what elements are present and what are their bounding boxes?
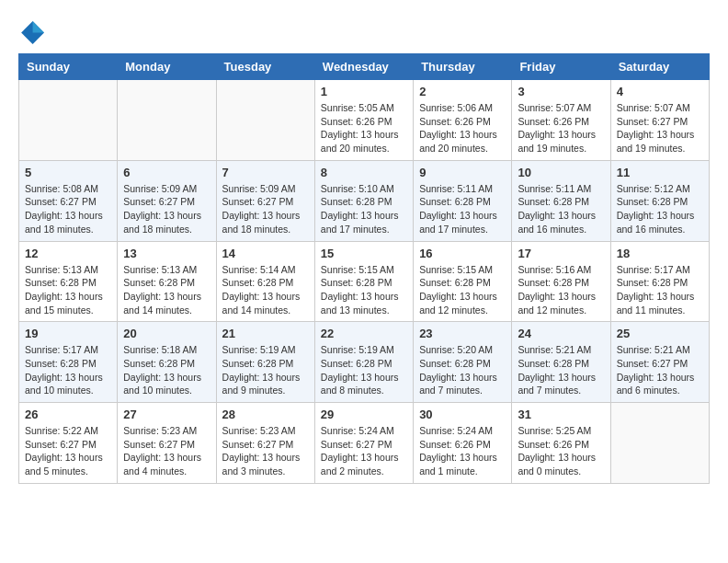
day-info: Sunrise: 5:10 AM Sunset: 6:28 PM Dayligh… (321, 182, 407, 236)
day-number: 14 (222, 247, 309, 260)
logo-icon (18, 18, 44, 44)
day-info: Sunrise: 5:23 AM Sunset: 6:27 PM Dayligh… (123, 424, 210, 478)
calendar-week-row: 26Sunrise: 5:22 AM Sunset: 6:27 PM Dayli… (19, 403, 710, 484)
weekday-header-row: SundayMondayTuesdayWednesdayThursdayFrid… (19, 54, 710, 80)
day-number: 17 (518, 247, 604, 260)
day-number: 16 (419, 247, 506, 260)
calendar-table: SundayMondayTuesdayWednesdayThursdayFrid… (18, 53, 710, 484)
calendar-cell: 2Sunrise: 5:06 AM Sunset: 6:26 PM Daylig… (414, 80, 512, 161)
calendar-cell: 23Sunrise: 5:20 AM Sunset: 6:28 PM Dayli… (414, 322, 512, 403)
calendar-cell: 12Sunrise: 5:13 AM Sunset: 6:28 PM Dayli… (19, 241, 118, 322)
calendar-week-row: 12Sunrise: 5:13 AM Sunset: 6:28 PM Dayli… (19, 241, 710, 322)
calendar-cell: 22Sunrise: 5:19 AM Sunset: 6:28 PM Dayli… (314, 322, 413, 403)
day-info: Sunrise: 5:06 AM Sunset: 6:26 PM Dayligh… (419, 101, 506, 155)
calendar-cell: 29Sunrise: 5:24 AM Sunset: 6:27 PM Dayli… (314, 403, 413, 484)
day-info: Sunrise: 5:07 AM Sunset: 6:27 PM Dayligh… (617, 101, 703, 155)
calendar-cell: 27Sunrise: 5:23 AM Sunset: 6:27 PM Dayli… (118, 403, 216, 484)
day-info: Sunrise: 5:18 AM Sunset: 6:28 PM Dayligh… (123, 343, 210, 397)
calendar-cell: 1Sunrise: 5:05 AM Sunset: 6:26 PM Daylig… (314, 80, 413, 161)
calendar-week-row: 1Sunrise: 5:05 AM Sunset: 6:26 PM Daylig… (19, 80, 710, 161)
day-number: 1 (321, 85, 407, 98)
day-number: 25 (617, 327, 703, 340)
calendar-cell: 18Sunrise: 5:17 AM Sunset: 6:28 PM Dayli… (610, 241, 709, 322)
calendar-cell: 10Sunrise: 5:11 AM Sunset: 6:28 PM Dayli… (512, 160, 610, 241)
day-number: 24 (518, 327, 604, 340)
day-info: Sunrise: 5:24 AM Sunset: 6:27 PM Dayligh… (321, 424, 407, 478)
calendar-week-row: 19Sunrise: 5:17 AM Sunset: 6:28 PM Dayli… (19, 322, 710, 403)
day-info: Sunrise: 5:21 AM Sunset: 6:28 PM Dayligh… (518, 343, 604, 397)
day-info: Sunrise: 5:14 AM Sunset: 6:28 PM Dayligh… (222, 263, 309, 317)
day-info: Sunrise: 5:19 AM Sunset: 6:28 PM Dayligh… (222, 343, 309, 397)
day-number: 5 (25, 166, 111, 179)
day-number: 20 (123, 327, 210, 340)
day-number: 19 (25, 327, 111, 340)
day-info: Sunrise: 5:17 AM Sunset: 6:28 PM Dayligh… (617, 263, 703, 317)
calendar-cell: 7Sunrise: 5:09 AM Sunset: 6:27 PM Daylig… (216, 160, 314, 241)
day-number: 26 (25, 408, 111, 421)
day-info: Sunrise: 5:16 AM Sunset: 6:28 PM Dayligh… (518, 263, 604, 317)
calendar-cell: 13Sunrise: 5:13 AM Sunset: 6:28 PM Dayli… (118, 241, 216, 322)
day-number: 7 (222, 166, 309, 179)
day-info: Sunrise: 5:13 AM Sunset: 6:28 PM Dayligh… (25, 263, 111, 317)
calendar-cell (610, 403, 709, 484)
day-info: Sunrise: 5:21 AM Sunset: 6:27 PM Dayligh… (617, 343, 703, 397)
day-number: 12 (25, 247, 111, 260)
calendar-cell: 11Sunrise: 5:12 AM Sunset: 6:28 PM Dayli… (610, 160, 709, 241)
calendar-cell: 15Sunrise: 5:15 AM Sunset: 6:28 PM Dayli… (314, 241, 413, 322)
weekday-header-friday: Friday (512, 54, 610, 80)
calendar-cell: 20Sunrise: 5:18 AM Sunset: 6:28 PM Dayli… (118, 322, 216, 403)
calendar-cell: 9Sunrise: 5:11 AM Sunset: 6:28 PM Daylig… (414, 160, 512, 241)
calendar-cell: 4Sunrise: 5:07 AM Sunset: 6:27 PM Daylig… (610, 80, 709, 161)
day-info: Sunrise: 5:12 AM Sunset: 6:28 PM Dayligh… (617, 182, 703, 236)
day-number: 21 (222, 327, 309, 340)
day-info: Sunrise: 5:09 AM Sunset: 6:27 PM Dayligh… (222, 182, 309, 236)
calendar-cell: 8Sunrise: 5:10 AM Sunset: 6:28 PM Daylig… (314, 160, 413, 241)
calendar-cell (216, 80, 314, 161)
calendar-cell (19, 80, 118, 161)
day-number: 27 (123, 408, 210, 421)
calendar-cell: 16Sunrise: 5:15 AM Sunset: 6:28 PM Dayli… (414, 241, 512, 322)
calendar-cell: 17Sunrise: 5:16 AM Sunset: 6:28 PM Dayli… (512, 241, 610, 322)
calendar-cell: 25Sunrise: 5:21 AM Sunset: 6:27 PM Dayli… (610, 322, 709, 403)
day-number: 8 (321, 166, 407, 179)
day-number: 4 (617, 85, 703, 98)
day-number: 10 (518, 166, 604, 179)
day-number: 13 (123, 247, 210, 260)
day-info: Sunrise: 5:11 AM Sunset: 6:28 PM Dayligh… (419, 182, 506, 236)
day-number: 9 (419, 166, 506, 179)
day-number: 15 (321, 247, 407, 260)
day-number: 29 (321, 408, 407, 421)
day-number: 30 (419, 408, 506, 421)
day-info: Sunrise: 5:15 AM Sunset: 6:28 PM Dayligh… (321, 263, 407, 317)
calendar-cell: 19Sunrise: 5:17 AM Sunset: 6:28 PM Dayli… (19, 322, 118, 403)
calendar-cell: 24Sunrise: 5:21 AM Sunset: 6:28 PM Dayli… (512, 322, 610, 403)
day-info: Sunrise: 5:07 AM Sunset: 6:26 PM Dayligh… (518, 101, 604, 155)
day-info: Sunrise: 5:20 AM Sunset: 6:28 PM Dayligh… (419, 343, 506, 397)
day-info: Sunrise: 5:11 AM Sunset: 6:28 PM Dayligh… (518, 182, 604, 236)
svg-marker-1 (33, 21, 44, 32)
calendar-cell: 6Sunrise: 5:09 AM Sunset: 6:27 PM Daylig… (118, 160, 216, 241)
day-info: Sunrise: 5:17 AM Sunset: 6:28 PM Dayligh… (25, 343, 111, 397)
calendar-cell: 14Sunrise: 5:14 AM Sunset: 6:28 PM Dayli… (216, 241, 314, 322)
day-number: 23 (419, 327, 506, 340)
day-number: 28 (222, 408, 309, 421)
logo (18, 18, 48, 44)
weekday-header-wednesday: Wednesday (314, 54, 413, 80)
day-number: 11 (617, 166, 703, 179)
day-number: 18 (617, 247, 703, 260)
day-number: 3 (518, 85, 604, 98)
day-number: 2 (419, 85, 506, 98)
day-info: Sunrise: 5:23 AM Sunset: 6:27 PM Dayligh… (222, 424, 309, 478)
day-number: 22 (321, 327, 407, 340)
page-header (18, 18, 710, 44)
day-info: Sunrise: 5:09 AM Sunset: 6:27 PM Dayligh… (123, 182, 210, 236)
calendar-cell: 26Sunrise: 5:22 AM Sunset: 6:27 PM Dayli… (19, 403, 118, 484)
day-number: 6 (123, 166, 210, 179)
weekday-header-thursday: Thursday (414, 54, 512, 80)
calendar-cell: 3Sunrise: 5:07 AM Sunset: 6:26 PM Daylig… (512, 80, 610, 161)
weekday-header-sunday: Sunday (19, 54, 118, 80)
day-info: Sunrise: 5:19 AM Sunset: 6:28 PM Dayligh… (321, 343, 407, 397)
day-number: 31 (518, 408, 604, 421)
day-info: Sunrise: 5:24 AM Sunset: 6:26 PM Dayligh… (419, 424, 506, 478)
calendar-cell (118, 80, 216, 161)
